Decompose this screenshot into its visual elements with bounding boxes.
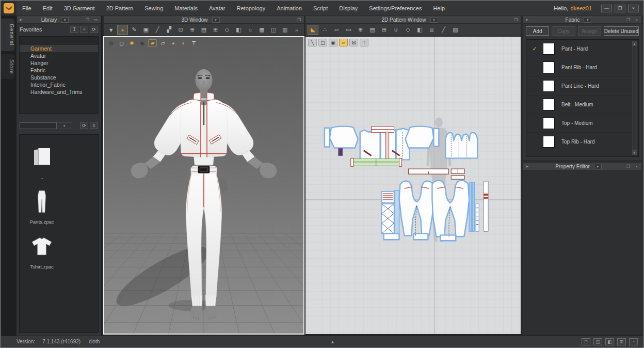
refresh-icon[interactable]: ⟳ (80, 122, 88, 129)
show-globe-icon[interactable]: ◐ (179, 39, 188, 47)
tape-measure-icon[interactable]: ⊤ (360, 39, 368, 46)
library-item-tshirt[interactable]: Tshirt.zpac (24, 232, 60, 270)
scroll-up-icon[interactable]: ▴ (632, 41, 637, 46)
username-link[interactable]: dkeez01 (570, 5, 592, 11)
measure-tool-icon[interactable]: ◫ (268, 25, 279, 35)
library-favorite-fabric[interactable]: Fabric (20, 67, 98, 74)
fabric-swatch[interactable] (543, 43, 555, 55)
chevron-down-icon[interactable]: ▾ (212, 17, 220, 23)
show-internal-lines-icon[interactable]: ✱ (127, 39, 136, 47)
fabric-swatch[interactable] (543, 80, 555, 92)
fabric-item-belt-medium[interactable]: Belt - Medium (526, 96, 638, 114)
assign-button[interactable]: Assign (578, 26, 601, 36)
curve-icon[interactable]: ∪ (391, 25, 401, 35)
fabric-scrollbar[interactable]: ▴ ▾ (632, 41, 637, 155)
render-monitor-icon[interactable]: ◔ (629, 338, 638, 345)
import-icon[interactable]: ↧ (70, 26, 78, 33)
toolbar-expand-icon[interactable]: » (292, 25, 302, 35)
scrollbar-thumb[interactable] (633, 47, 636, 149)
close-icon[interactable]: × (633, 164, 640, 169)
fold-icon[interactable]: ◧ (414, 25, 425, 35)
sewing-icon[interactable]: ▤ (367, 25, 378, 35)
pin-icon[interactable]: ➤ (523, 164, 530, 169)
collapse-panel-arrow[interactable]: ▲ (330, 339, 335, 344)
chevron-down-icon[interactable]: ▾ (584, 17, 591, 23)
chevron-down-icon[interactable]: ▾ (594, 164, 602, 169)
show-pattern-icon[interactable]: ⊡ (175, 25, 186, 35)
pin-icon[interactable]: ➤ (523, 18, 530, 22)
trace-icon[interactable]: ≣ (426, 25, 437, 35)
pin-tool-icon[interactable]: ◇ (222, 25, 232, 35)
rail-tab-store[interactable]: Store (1, 54, 14, 80)
button-tool-icon[interactable]: ○ (245, 25, 255, 35)
undock-icon[interactable]: ❐ (512, 18, 519, 22)
layout-split-2-icon[interactable]: ◫ (593, 338, 602, 345)
menu-display[interactable]: Display (333, 1, 363, 15)
library-favorite-interior-fabric[interactable]: Interior_Fabric (20, 81, 98, 88)
refresh-icon[interactable]: ⟳ (90, 26, 98, 33)
show-fabric-icon[interactable]: ▰ (339, 39, 348, 46)
show-white-fabric-icon[interactable]: ▱ (158, 39, 167, 47)
avatar-tool-icon[interactable]: ⊕ (187, 25, 197, 35)
close-icon[interactable]: × (633, 18, 640, 22)
menu-retopology[interactable]: Retopology (231, 1, 271, 15)
library-item-parent-folder[interactable]: .. (24, 142, 60, 180)
fabric-swatch[interactable] (543, 61, 555, 73)
list-view-icon[interactable]: ≡ (90, 122, 98, 129)
layout-mixed-icon[interactable]: ◧ (605, 338, 614, 345)
show-shirt-icon[interactable]: ◻ (318, 39, 327, 46)
needle-icon[interactable]: ╲ (308, 39, 317, 46)
zipper-tool-icon[interactable]: ▦ (256, 25, 267, 35)
fabric-item-top-rib-hard[interactable]: Top Rib - Hard (526, 133, 638, 151)
minimize-button[interactable]: — (601, 5, 612, 12)
edit-pattern-icon[interactable]: ∴ (319, 25, 330, 35)
library-favorite-hardware-and-trims[interactable]: Hardware_and_Trims (20, 88, 98, 96)
lock-shirt-icon[interactable]: ⊠ (349, 39, 358, 46)
pen-icon[interactable]: ╱ (438, 25, 449, 35)
grid-tool-icon[interactable]: ⊞ (210, 25, 220, 35)
menu-help[interactable]: Help (427, 1, 450, 15)
show-mannequin-icon[interactable]: ◉ (138, 39, 147, 47)
delete-unused-button[interactable]: Delete Unused (604, 26, 639, 36)
garment-icon[interactable]: ▧ (450, 25, 461, 35)
info-icon[interactable]: ◉ (329, 39, 337, 46)
2d-pattern-viewport[interactable]: ╲ ◻ ◉ ▰ ⊠ ⊤ (305, 36, 521, 335)
collapse-icon[interactable]: ▭ (92, 18, 99, 22)
fabric-swatch[interactable] (543, 99, 555, 110)
menu-avatar[interactable]: Avatar (203, 1, 231, 15)
menu-2d-pattern[interactable]: 2D Pattern (101, 1, 139, 15)
menu-animation[interactable]: Animation (271, 1, 308, 15)
chevron-down-icon[interactable]: ▾ (430, 17, 438, 23)
layout-grid-4-icon[interactable]: ⊞ (617, 338, 626, 345)
fabric-item-pant-line-hard[interactable]: Pant Line - Hard (526, 77, 638, 96)
ruler-tool-icon[interactable]: ▥ (280, 25, 290, 35)
fabric-item-pant-rib-hard[interactable]: Pant Rib - Hard (526, 58, 638, 77)
arrangement-icon[interactable]: ▞ (164, 25, 174, 35)
edit-sewline-icon[interactable]: ╱ (152, 25, 163, 35)
scroll-down-icon[interactable]: ▾ (632, 150, 637, 155)
pin-icon[interactable]: ➤ (17, 18, 24, 22)
undock-icon[interactable]: ❐ (84, 18, 91, 22)
edit-pattern-icon[interactable]: ✎ (129, 25, 139, 35)
sewing-tool-icon[interactable]: ▤ (199, 25, 209, 35)
library-favorite-garment[interactable]: Garment (20, 45, 98, 52)
menu-materials[interactable]: Materials (169, 1, 203, 15)
show-fabric-icon[interactable]: ▰ (148, 39, 157, 47)
library-favorite-substance[interactable]: Substance (20, 74, 98, 81)
show-avatar-icon[interactable]: ◕ (169, 39, 178, 47)
show-garment-icon[interactable]: ◍ (107, 39, 116, 47)
rail-tab-general[interactable]: General (1, 19, 14, 51)
figure-icon[interactable]: ⊕ (355, 25, 366, 35)
menu-3d-garment[interactable]: 3D Garment (58, 1, 101, 15)
transform-pattern-icon[interactable]: ◣ (308, 25, 318, 35)
copy-button[interactable]: Copy (552, 26, 575, 36)
edit-texture-icon[interactable]: ▣ (140, 25, 151, 35)
simulate-icon[interactable]: ▼ (106, 25, 116, 35)
rectangle-icon[interactable]: ▭ (343, 25, 354, 35)
3d-viewport[interactable]: ◍ ◻ ✱ ◉ ▰ ▱ ◕ ◐ ⊤ (103, 36, 304, 335)
polygon-icon[interactable]: ▱ (331, 25, 342, 35)
undock-icon[interactable]: ❐ (625, 164, 632, 169)
add-button[interactable]: Add (526, 26, 549, 36)
show-shirt-icon[interactable]: ◻ (117, 39, 126, 47)
menu-script[interactable]: Script (308, 1, 333, 15)
